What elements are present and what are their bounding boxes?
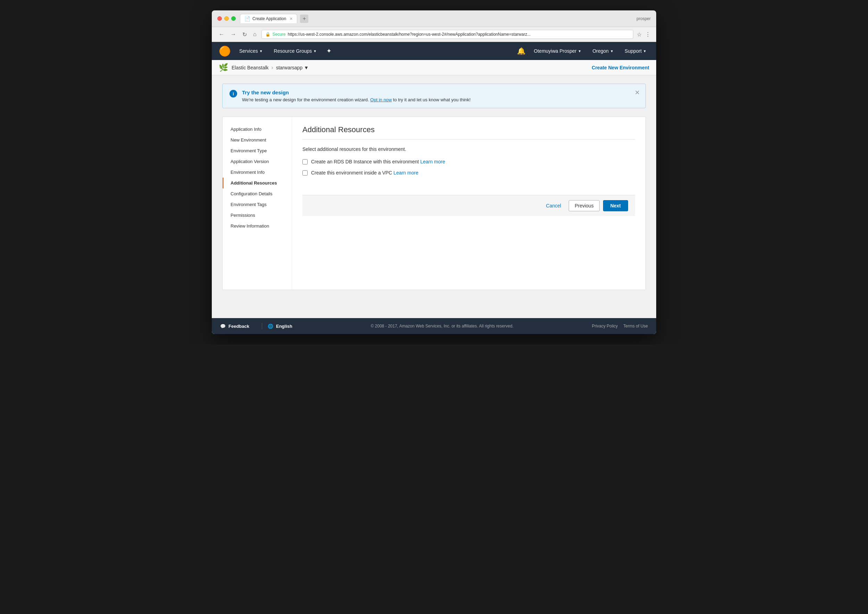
elastic-beanstalk-link[interactable]: Elastic Beanstalk: [232, 65, 269, 70]
resource-groups-chevron-icon: ▼: [313, 49, 317, 53]
active-tab[interactable]: 📄 Create Application ✕: [240, 14, 297, 23]
footer-separator: [262, 323, 262, 329]
privacy-policy-link[interactable]: Privacy Policy: [592, 324, 618, 329]
close-traffic-light[interactable]: [217, 16, 222, 21]
aws-footer: 💬 Feedback 🌐 English © 2008 - 2017, Amaz…: [212, 318, 656, 334]
vpc-checkbox-row: Create this environment inside a VPC Lea…: [302, 170, 635, 175]
browser-menu-icon[interactable]: ⋮: [645, 31, 651, 38]
banner-text: We're testing a new design for the envir…: [242, 97, 470, 102]
services-chevron-icon: ▼: [259, 49, 263, 53]
tab-favicon-icon: 📄: [244, 16, 250, 22]
banner-content: Try the new design We're testing a new d…: [242, 90, 470, 102]
sidebar-item-review-information[interactable]: Review Information: [222, 221, 292, 231]
tab-bar: 📄 Create Application ✕ +: [240, 14, 632, 23]
services-nav-item[interactable]: Services ▼: [236, 46, 266, 56]
resource-groups-nav-item[interactable]: Resource Groups ▼: [271, 46, 320, 56]
notifications-bell-icon[interactable]: 🔔: [517, 47, 526, 55]
main-panel: Additional Resources Select additional r…: [292, 117, 646, 290]
banner-text-prefix: We're testing a new design for the envir…: [242, 97, 369, 102]
section-description: Select additional resources for this env…: [302, 146, 635, 152]
banner-close-button[interactable]: ✕: [635, 89, 640, 96]
back-button[interactable]: ←: [217, 31, 226, 38]
banner-text-suffix: to try it and let us know what you think…: [392, 97, 471, 102]
home-button[interactable]: ⌂: [252, 31, 258, 38]
app-name-label: starwarsapp: [276, 65, 302, 70]
sidebar-item-application-version[interactable]: Application Version: [222, 156, 292, 167]
sidebar-item-additional-resources[interactable]: Additional Resources: [222, 178, 292, 188]
rds-checkbox[interactable]: [302, 159, 308, 164]
aws-main: i Try the new design We're testing a new…: [212, 75, 656, 318]
sidebar: Application Info New Environment Environ…: [222, 117, 292, 290]
sidebar-item-environment-tags[interactable]: Environment Tags: [222, 199, 292, 210]
user-chevron-icon: ▼: [578, 49, 582, 53]
action-footer: Cancel Previous Next: [302, 195, 635, 216]
minimize-traffic-light[interactable]: [224, 16, 229, 21]
app-dropdown[interactable]: starwarsapp ▼: [276, 65, 309, 70]
info-icon: i: [230, 90, 237, 98]
url-secure-label: Secure: [272, 32, 286, 37]
sidebar-item-application-info[interactable]: Application Info: [222, 124, 292, 135]
aws-console: 🟠 Services ▼ Resource Groups ▼ ✦ 🔔 Otemu…: [212, 42, 656, 334]
address-bar: ← → ↻ ⌂ 🔒 Secure https://us-west-2.conso…: [212, 27, 656, 42]
breadcrumb-separator: ›: [272, 65, 273, 71]
new-tab-button[interactable]: +: [300, 15, 308, 23]
terms-of-use-link[interactable]: Terms of Use: [623, 324, 648, 329]
forward-button[interactable]: →: [229, 31, 238, 38]
maximize-traffic-light[interactable]: [231, 16, 236, 21]
user-name-label: Otemuyiwa Prosper: [534, 48, 577, 54]
url-input[interactable]: 🔒 Secure https://us-west-2.console.aws.a…: [261, 30, 633, 39]
browser-username: prosper: [636, 16, 651, 21]
cancel-button[interactable]: Cancel: [542, 201, 566, 211]
globe-icon: 🌐: [268, 324, 273, 329]
info-banner: i Try the new design We're testing a new…: [222, 84, 646, 108]
aws-subnav: 🌿 Elastic Beanstalk › starwarsapp ▼ Crea…: [212, 60, 656, 75]
support-label: Support: [625, 48, 642, 54]
support-nav-item[interactable]: Support ▼: [622, 46, 649, 56]
app-dropdown-chevron-icon: ▼: [304, 65, 309, 70]
previous-button[interactable]: Previous: [569, 200, 599, 211]
url-address: https://us-west-2.console.aws.amazon.com…: [288, 32, 531, 37]
sidebar-item-configuration-details[interactable]: Configuration Details: [222, 188, 292, 199]
support-chevron-icon: ▼: [643, 49, 647, 53]
feedback-label: Feedback: [229, 324, 249, 329]
secure-icon: 🔒: [265, 32, 271, 37]
language-button[interactable]: 🌐 English: [268, 324, 292, 329]
sidebar-item-permissions[interactable]: Permissions: [222, 210, 292, 221]
english-label: English: [276, 324, 292, 329]
resource-groups-label: Resource Groups: [274, 48, 312, 54]
create-new-environment-button[interactable]: Create New Environment: [592, 65, 649, 70]
rds-checkbox-row: Create an RDS DB Instance with this envi…: [302, 159, 635, 164]
region-nav-item[interactable]: Oregon ▼: [590, 46, 616, 56]
tab-close-icon[interactable]: ✕: [289, 17, 293, 21]
services-label: Services: [239, 48, 258, 54]
sidebar-item-new-environment[interactable]: New Environment: [222, 135, 292, 145]
bookmark-icon[interactable]: ☆: [637, 31, 642, 38]
vpc-checkbox[interactable]: [302, 170, 308, 175]
user-nav-item[interactable]: Otemuyiwa Prosper ▼: [531, 46, 584, 56]
aws-topnav: 🟠 Services ▼ Resource Groups ▼ ✦ 🔔 Otemu…: [212, 42, 656, 60]
section-title: Additional Resources: [302, 125, 635, 140]
sidebar-item-environment-type[interactable]: Environment Type: [222, 145, 292, 156]
content-area: Application Info New Environment Environ…: [222, 116, 646, 290]
traffic-lights: [217, 16, 236, 21]
browser-titlebar: 📄 Create Application ✕ + prosper: [212, 11, 656, 27]
banner-title: Try the new design: [242, 90, 470, 95]
tab-title: Create Application: [252, 16, 286, 21]
pin-icon[interactable]: ✦: [327, 47, 331, 55]
region-chevron-icon: ▼: [610, 49, 613, 53]
rds-checkbox-label: Create an RDS DB Instance with this envi…: [311, 159, 445, 164]
sidebar-item-environment-info[interactable]: Environment Info: [222, 167, 292, 178]
action-area: Cancel Previous Next: [302, 181, 635, 216]
footer-links: Privacy Policy Terms of Use: [592, 324, 648, 329]
feedback-button[interactable]: 💬 Feedback: [220, 324, 249, 329]
elastic-beanstalk-logo-icon: 🌿: [219, 63, 228, 72]
footer-copyright: © 2008 - 2017, Amazon Web Services, Inc.…: [292, 324, 592, 329]
feedback-icon: 💬: [220, 324, 226, 329]
vpc-learn-more-link[interactable]: Learn more: [394, 170, 418, 175]
next-button[interactable]: Next: [603, 200, 628, 211]
aws-logo-icon: 🟠: [219, 45, 231, 57]
opt-in-link[interactable]: Opt in now: [370, 97, 392, 102]
refresh-button[interactable]: ↻: [241, 31, 248, 39]
region-label: Oregon: [592, 48, 609, 54]
rds-learn-more-link[interactable]: Learn more: [420, 159, 445, 164]
